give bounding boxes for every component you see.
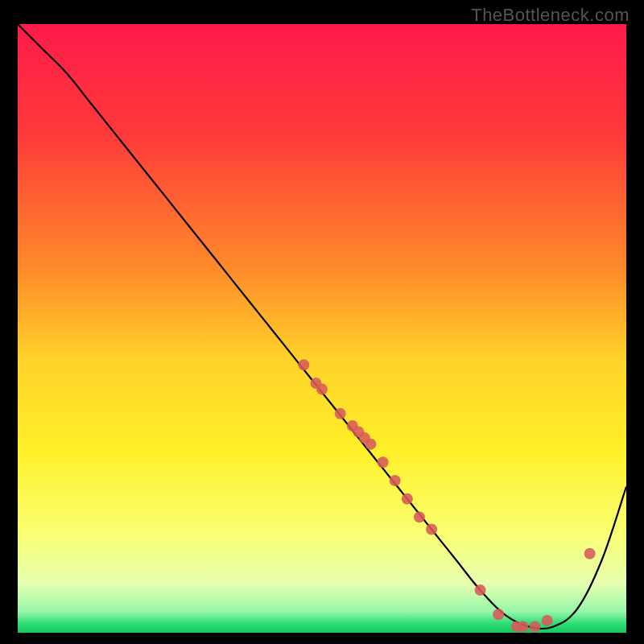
highlight-point	[365, 439, 376, 450]
highlight-point	[475, 584, 486, 596]
highlight-point	[414, 511, 425, 522]
highlight-point	[335, 408, 346, 419]
plot-area	[18, 24, 626, 633]
highlight-point	[426, 523, 437, 535]
watermark-text: TheBottleneck.com	[471, 5, 630, 26]
highlight-point	[517, 621, 528, 632]
highlight-point	[298, 359, 309, 370]
highlight-point	[584, 548, 596, 559]
highlight-point	[493, 609, 504, 620]
highlight-point	[390, 475, 401, 486]
chart-svg	[18, 24, 626, 633]
highlight-point	[316, 384, 328, 395]
gradient-background	[18, 24, 626, 633]
chart-container: TheBottleneck.com	[0, 0, 644, 644]
highlight-point	[378, 456, 389, 468]
highlight-point	[530, 621, 541, 632]
highlight-point	[402, 493, 413, 505]
highlight-point	[542, 615, 553, 626]
